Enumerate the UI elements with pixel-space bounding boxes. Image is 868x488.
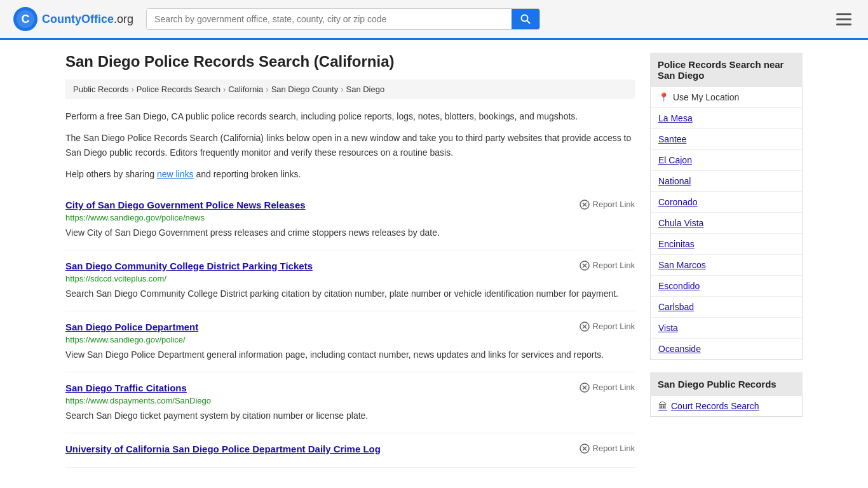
sidebar-item-encinitas[interactable]: Encinitas <box>651 234 802 255</box>
sidebar-item-la-mesa[interactable]: La Mesa <box>651 108 802 129</box>
site-header: C CountyOffice.org <box>0 0 868 40</box>
sidebar-use-location[interactable]: 📍 Use My Location <box>651 87 802 108</box>
search-icon <box>520 14 531 24</box>
description-2: The San Diego Police Records Search (Cal… <box>65 131 635 159</box>
listing-description: View City of San Diego Government press … <box>65 226 635 240</box>
main-content: San Diego Police Records Search (Califor… <box>65 53 635 468</box>
report-icon <box>580 200 590 210</box>
court-icon: 🏛 <box>658 401 667 411</box>
search-input[interactable] <box>147 9 512 29</box>
page-title: San Diego Police Records Search (Califor… <box>65 53 635 71</box>
sidebar-item-santee[interactable]: Santee <box>651 129 802 150</box>
sidebar-item-chula-vista[interactable]: Chula Vista <box>651 213 802 234</box>
pin-icon: 📍 <box>658 92 669 102</box>
sidebar-item-el-cajon[interactable]: El Cajon <box>651 150 802 171</box>
listing-title[interactable]: San Diego Traffic Citations <box>65 383 187 393</box>
breadcrumb: Public Records › Police Records Search ›… <box>65 79 635 99</box>
main-container: San Diego Police Records Search (Califor… <box>53 40 815 480</box>
sidebar-section-nearby: Police Records Search near San Diego 📍 U… <box>650 53 803 360</box>
listing-item: San Diego Community College District Par… <box>65 250 635 311</box>
listing-title[interactable]: University of California San Diego Polic… <box>65 444 381 454</box>
svg-line-4 <box>527 21 531 24</box>
listing-item: University of California San Diego Polic… <box>65 433 635 468</box>
breadcrumb-san-diego[interactable]: San Diego <box>346 85 384 94</box>
sidebar-item-san-marcos[interactable]: San Marcos <box>651 255 802 276</box>
breadcrumb-public-records[interactable]: Public Records <box>73 85 128 94</box>
sidebar-item-carlsbad[interactable]: Carlsbad <box>651 297 802 318</box>
logo-link[interactable]: C CountyOffice.org <box>13 6 133 32</box>
search-bar <box>146 8 540 30</box>
report-link-button[interactable]: Report Link <box>580 322 635 332</box>
breadcrumb-california[interactable]: California <box>228 85 263 94</box>
report-link-button[interactable]: Report Link <box>580 200 635 210</box>
new-links-link[interactable]: new links <box>157 169 194 179</box>
report-link-button[interactable]: Report Link <box>580 383 635 393</box>
listings: City of San Diego Government Police News… <box>65 189 635 468</box>
sidebar-item-escondido[interactable]: Escondido <box>651 276 802 297</box>
sidebar-item-national[interactable]: National <box>651 171 802 192</box>
sidebar-item-vista[interactable]: Vista <box>651 318 802 339</box>
sidebar-item-court-records[interactable]: 🏛 Court Records Search <box>651 396 802 416</box>
sidebar-item-coronado[interactable]: Coronado <box>651 192 802 213</box>
report-link-button[interactable]: Report Link <box>580 261 635 271</box>
description-3: Help others by sharing new links and rep… <box>65 167 635 181</box>
listing-item: San Diego Traffic Citations Report Link … <box>65 372 635 433</box>
listing-description: Search San Diego ticket payment system b… <box>65 409 635 423</box>
listing-url: https://www.dspayments.com/SanDiego <box>65 396 635 405</box>
report-link-button[interactable]: Report Link <box>580 444 635 454</box>
breadcrumb-police-records-search[interactable]: Police Records Search <box>137 85 220 94</box>
listing-item: San Diego Police Department Report Link … <box>65 311 635 372</box>
search-button[interactable] <box>512 9 539 29</box>
listing-description: Search San Diego Community College Distr… <box>65 287 635 301</box>
sidebar-section-title-public-records: San Diego Public Records <box>650 372 803 396</box>
sidebar-section-title-nearby: Police Records Search near San Diego <box>650 53 803 87</box>
listing-title[interactable]: City of San Diego Government Police News… <box>65 200 306 210</box>
description-1: Perform a free San Diego, CA public poli… <box>65 109 635 123</box>
report-icon <box>580 322 590 332</box>
sidebar-item-oceanside[interactable]: Oceanside <box>651 339 802 359</box>
logo-text: CountyOffice.org <box>42 13 133 26</box>
sidebar-nearby-items: 📍 Use My Location La Mesa Santee El Cajo… <box>650 87 803 360</box>
listing-url: https://www.sandiego.gov/police/news <box>65 213 635 222</box>
sidebar-section-public-records: San Diego Public Records 🏛 Court Records… <box>650 372 803 417</box>
sidebar: Police Records Search near San Diego 📍 U… <box>650 53 803 468</box>
listing-title[interactable]: San Diego Police Department <box>65 322 198 332</box>
listing-url: https://sdccd.vciteplus.com/ <box>65 274 635 283</box>
svg-text:C: C <box>22 13 30 25</box>
listing-description: View San Diego Police Department general… <box>65 348 635 362</box>
report-icon <box>580 444 590 454</box>
svg-point-3 <box>522 15 528 22</box>
logo-icon: C <box>13 6 38 32</box>
listing-title[interactable]: San Diego Community College District Par… <box>65 261 313 271</box>
listing-url: https://www.sandiego.gov/police/ <box>65 335 635 344</box>
sidebar-public-records-items: 🏛 Court Records Search <box>650 396 803 417</box>
report-icon <box>580 261 590 271</box>
breadcrumb-san-diego-county[interactable]: San Diego County <box>271 85 339 94</box>
menu-button[interactable] <box>832 10 855 29</box>
report-icon <box>580 383 590 393</box>
listing-item: City of San Diego Government Police News… <box>65 189 635 250</box>
